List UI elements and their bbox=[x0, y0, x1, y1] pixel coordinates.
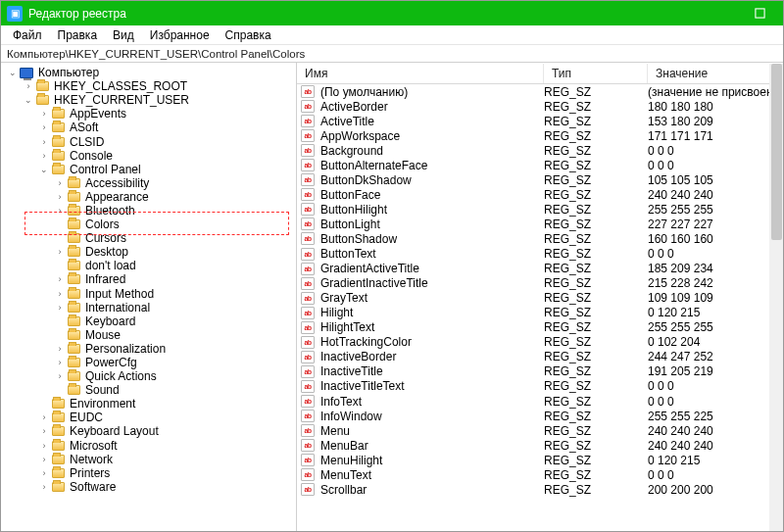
expander-closed-icon[interactable]: › bbox=[54, 176, 66, 190]
value-row[interactable]: abButtonFaceREG_SZ240 240 240 bbox=[297, 187, 784, 202]
expander-closed-icon[interactable]: › bbox=[38, 424, 50, 438]
tree-item[interactable]: ⌄HKEY_CURRENT_USER bbox=[3, 93, 294, 107]
column-header-name[interactable]: Имя bbox=[297, 64, 544, 83]
value-row[interactable]: abInactiveBorderREG_SZ244 247 252 bbox=[297, 350, 784, 364]
expander-closed-icon[interactable]: › bbox=[38, 480, 50, 494]
tree-item[interactable]: ⌄Компьютер bbox=[3, 66, 294, 79]
value-name: InactiveTitle bbox=[318, 364, 544, 378]
value-row[interactable]: abMenuTextREG_SZ0 0 0 bbox=[297, 467, 784, 482]
menu-item[interactable]: Правка bbox=[50, 26, 106, 44]
tree-item[interactable]: ›Console bbox=[3, 149, 294, 163]
tree-item[interactable]: ›CLSID bbox=[3, 134, 294, 148]
column-header-value[interactable]: Значение bbox=[648, 64, 784, 83]
value-row[interactable]: abAppWorkspaceREG_SZ171 171 171 bbox=[297, 128, 784, 143]
tree-item[interactable]: ›ASoft bbox=[3, 121, 294, 134]
value-row[interactable]: abButtonTextREG_SZ0 0 0 bbox=[297, 247, 784, 262]
value-row[interactable]: abActiveTitleREG_SZ153 180 209 bbox=[297, 114, 784, 128]
expander-closed-icon[interactable]: › bbox=[54, 342, 66, 356]
tree-item[interactable]: ·Colors bbox=[3, 218, 294, 231]
expander-closed-icon[interactable]: › bbox=[54, 369, 66, 383]
tree-item[interactable]: ·Cursors bbox=[3, 231, 294, 245]
value-row[interactable]: abButtonDkShadowREG_SZ105 105 105 bbox=[297, 172, 784, 187]
value-type: REG_SZ bbox=[544, 291, 648, 305]
tree-pane[interactable]: ⌄Компьютер›HKEY_CLASSES_ROOT⌄HKEY_CURREN… bbox=[1, 63, 297, 531]
value-row[interactable]: abInfoTextREG_SZ0 0 0 bbox=[297, 394, 784, 409]
address-bar[interactable]: Компьютер\HKEY_CURRENT_USER\Control Pane… bbox=[1, 45, 784, 63]
tree-item[interactable]: ›Software bbox=[3, 480, 294, 494]
value-row[interactable]: abScrollbarREG_SZ200 200 200 bbox=[297, 482, 784, 497]
expander-open-icon[interactable]: ⌄ bbox=[23, 93, 34, 107]
tree-item[interactable]: ›Microsoft bbox=[3, 439, 294, 453]
expander-closed-icon[interactable]: › bbox=[54, 301, 66, 314]
value-row[interactable]: abHilightREG_SZ0 120 215 bbox=[297, 306, 784, 320]
tree-item[interactable]: ·Keyboard bbox=[3, 314, 294, 328]
value-row[interactable]: abGradientActiveTitleREG_SZ185 209 234 bbox=[297, 262, 784, 276]
menu-item[interactable]: Вид bbox=[105, 26, 142, 44]
expander-closed-icon[interactable]: › bbox=[23, 79, 34, 93]
expander-closed-icon[interactable]: › bbox=[38, 107, 50, 121]
value-row[interactable]: abGradientInactiveTitleREG_SZ215 228 242 bbox=[297, 276, 784, 291]
value-row[interactable]: ab(По умолчанию)REG_SZ(значение не присв… bbox=[297, 84, 784, 99]
tree-item[interactable]: ·don't load bbox=[3, 259, 294, 272]
expander-closed-icon[interactable]: › bbox=[38, 466, 50, 480]
tree-item[interactable]: ›AppEvents bbox=[3, 107, 294, 121]
tree-item[interactable]: ›Accessibility bbox=[3, 176, 294, 190]
expander-closed-icon[interactable]: › bbox=[54, 287, 66, 301]
expander-open-icon[interactable]: ⌄ bbox=[38, 163, 50, 176]
expander-closed-icon[interactable]: › bbox=[54, 245, 66, 259]
tree-item[interactable]: ·Mouse bbox=[3, 328, 294, 342]
tree-item[interactable]: ›Bluetooth bbox=[3, 204, 294, 218]
scrollbar-thumb[interactable] bbox=[771, 64, 782, 240]
menu-item[interactable]: Избранное bbox=[142, 26, 218, 44]
expander-closed-icon[interactable]: › bbox=[54, 272, 66, 286]
tree-item[interactable]: ›Keyboard Layout bbox=[3, 424, 294, 438]
value-row[interactable]: abMenuBarREG_SZ240 240 240 bbox=[297, 438, 784, 453]
maximize-button[interactable] bbox=[740, 1, 779, 25]
expander-closed-icon[interactable]: › bbox=[38, 121, 50, 134]
expander-closed-icon[interactable]: › bbox=[38, 135, 50, 149]
value-row[interactable]: abActiveBorderREG_SZ180 180 180 bbox=[297, 99, 784, 114]
tree-item[interactable]: ⌄Control Panel bbox=[3, 163, 294, 176]
tree-item[interactable]: ›PowerCfg bbox=[3, 356, 294, 369]
tree-item[interactable]: ›Network bbox=[3, 453, 294, 466]
tree-item[interactable]: ›International bbox=[3, 301, 294, 314]
value-row[interactable]: abButtonHilightREG_SZ255 255 255 bbox=[297, 202, 784, 217]
menu-item[interactable]: Файл bbox=[5, 26, 50, 44]
tree-item[interactable]: ›Printers bbox=[3, 466, 294, 480]
value-row[interactable]: abButtonShadowREG_SZ160 160 160 bbox=[297, 231, 784, 246]
value-row[interactable]: abInfoWindowREG_SZ255 255 225 bbox=[297, 409, 784, 423]
tree-item[interactable]: ›Personalization bbox=[3, 342, 294, 356]
expander-closed-icon[interactable]: › bbox=[38, 411, 50, 424]
tree-item[interactable]: ›Desktop bbox=[3, 245, 294, 259]
vertical-scrollbar[interactable] bbox=[769, 64, 784, 531]
menu-item[interactable]: Справка bbox=[218, 26, 279, 44]
tree-item[interactable]: ›Quick Actions bbox=[3, 369, 294, 383]
expander-closed-icon[interactable]: › bbox=[54, 190, 66, 204]
expander-closed-icon[interactable]: › bbox=[54, 204, 66, 218]
expander-closed-icon[interactable]: › bbox=[38, 453, 50, 466]
expander-closed-icon[interactable]: › bbox=[38, 439, 50, 453]
value-row[interactable]: abGrayTextREG_SZ109 109 109 bbox=[297, 291, 784, 306]
expander-open-icon[interactable]: ⌄ bbox=[7, 66, 19, 79]
tree-item[interactable]: ›Input Method bbox=[3, 287, 294, 301]
value-row[interactable]: abInactiveTitleREG_SZ191 205 219 bbox=[297, 364, 784, 379]
expander-closed-icon[interactable]: › bbox=[38, 149, 50, 163]
tree-item[interactable]: ·Environment bbox=[3, 397, 294, 411]
tree-item[interactable]: ›Infrared bbox=[3, 272, 294, 286]
value-row[interactable]: abMenuHilightREG_SZ0 120 215 bbox=[297, 453, 784, 467]
value-row[interactable]: abMenuREG_SZ240 240 240 bbox=[297, 423, 784, 438]
column-header-type[interactable]: Тип bbox=[544, 64, 648, 83]
value-row[interactable]: abInactiveTitleTextREG_SZ0 0 0 bbox=[297, 379, 784, 394]
tree-item[interactable]: ›EUDC bbox=[3, 411, 294, 424]
expander-closed-icon[interactable]: › bbox=[54, 356, 66, 369]
value-row[interactable]: abButtonLightREG_SZ227 227 227 bbox=[297, 217, 784, 231]
tree-item[interactable]: ›HKEY_CLASSES_ROOT bbox=[3, 79, 294, 93]
expander-none: · bbox=[54, 231, 66, 245]
value-row[interactable]: abButtonAlternateFaceREG_SZ0 0 0 bbox=[297, 158, 784, 172]
tree-item[interactable]: ›Appearance bbox=[3, 190, 294, 204]
tree-item[interactable]: ·Sound bbox=[3, 383, 294, 397]
value-row[interactable]: abHotTrackingColorREG_SZ0 102 204 bbox=[297, 335, 784, 350]
value-row[interactable]: abBackgroundREG_SZ0 0 0 bbox=[297, 143, 784, 158]
values-pane[interactable]: Имя Тип Значение ab(По умолчанию)REG_SZ(… bbox=[297, 63, 784, 531]
value-row[interactable]: abHilightTextREG_SZ255 255 255 bbox=[297, 320, 784, 335]
